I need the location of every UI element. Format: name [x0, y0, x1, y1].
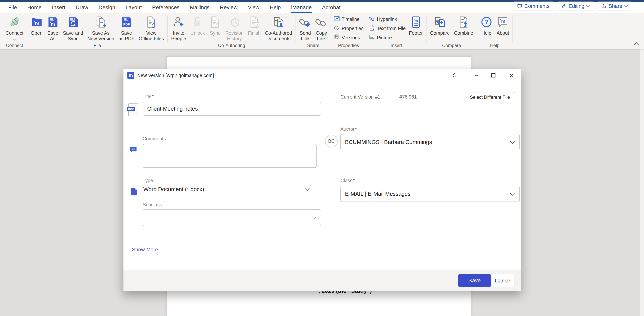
select-different-file-button[interactable]: Select Different File	[464, 92, 515, 102]
minimize-button[interactable]	[472, 72, 480, 79]
current-version-label: Current Version #1,	[340, 94, 382, 100]
ribbon-group-label: Share	[296, 43, 331, 48]
versions-label: Versions	[342, 35, 360, 41]
close-button[interactable]	[508, 72, 516, 79]
send-link-icon	[300, 14, 311, 30]
dialog-title: New Version [wrp2.goimanage.com]	[137, 73, 214, 78]
dialog-divider	[124, 239, 521, 239]
button-label: People	[171, 36, 186, 42]
copy-link-button[interactable]: CopyLink	[314, 13, 330, 42]
tab-insert[interactable]: Insert	[47, 2, 70, 13]
tab-draw[interactable]: Draw	[70, 2, 93, 13]
ribbon-group-connect: ConnectConnect	[2, 13, 27, 49]
comments-button[interactable]: Comments	[513, 2, 554, 11]
finish-button: Finish	[246, 13, 263, 36]
ribbon-group-label: Connect	[2, 43, 27, 48]
comments-label: Comments	[142, 136, 166, 142]
subclass-select[interactable]	[142, 209, 321, 226]
author-select[interactable]: BCUMMINGS | Barbara Cummings	[340, 134, 520, 150]
type-select[interactable]: Word Document (*.docx)	[142, 183, 316, 195]
view-offline-files-button[interactable]: ViewOffline Files	[136, 13, 166, 42]
chevron-down-icon	[624, 4, 628, 8]
revision-history-button: RevisionHistory	[223, 13, 246, 42]
hyperlink-button[interactable]: Hyperlink	[369, 15, 406, 24]
versions-button[interactable]: Versions	[334, 33, 364, 42]
share-button[interactable]: Share	[597, 2, 631, 11]
ribbon-group-label: Insert	[366, 43, 426, 48]
tab-acrobat[interactable]: Acrobat	[317, 2, 346, 13]
comments-textarea[interactable]	[142, 144, 317, 168]
save-as-pdf-button[interactable]: PDFSaveas PDF	[116, 13, 136, 42]
type-label: Type	[142, 178, 153, 183]
tab-review[interactable]: Review	[215, 2, 243, 13]
tab-design[interactable]: Design	[93, 2, 120, 13]
unlock-icon	[192, 14, 204, 30]
ribbon-group-label: Co-Authoring	[168, 43, 296, 48]
timeline-icon	[334, 16, 340, 23]
cancel-button[interactable]: Cancel	[492, 274, 514, 287]
button-label: as PDF	[118, 36, 134, 42]
dialog-footer: Save Cancel	[124, 270, 521, 291]
invite-people-icon	[173, 14, 184, 30]
tab-references[interactable]: References	[147, 2, 184, 13]
timeline-button[interactable]: Timeline	[334, 15, 364, 24]
open-folder-icon: m	[31, 14, 42, 30]
tab-home[interactable]: Home	[22, 2, 47, 13]
footer-button[interactable]: mFooter	[407, 13, 425, 36]
timeline-label: Timeline	[342, 17, 360, 22]
text-from-file-button[interactable]: AText from File	[369, 24, 406, 33]
picture-button[interactable]: Picture	[369, 33, 406, 42]
editing-button-label: Editing	[568, 3, 584, 9]
compare-button[interactable]: Compare	[428, 13, 452, 36]
save-as-button[interactable]: mSaveAs	[45, 13, 61, 42]
ribbon-group-help: ?HelpmAboutHelp	[477, 13, 513, 49]
invite-people-button[interactable]: InvitePeople	[169, 13, 188, 42]
scrollbar-track[interactable]	[640, 50, 644, 316]
about-button[interactable]: mAbout	[494, 13, 511, 36]
save-new-version-icon	[95, 14, 107, 30]
button-label: Finish	[248, 30, 261, 36]
picture-icon	[369, 34, 375, 41]
chevron-down-icon	[586, 4, 590, 8]
tab-mailings[interactable]: Mailings	[185, 2, 215, 13]
chevron-down-icon	[305, 186, 310, 191]
button-label: Send	[300, 30, 311, 36]
chevron-down-icon	[13, 37, 16, 40]
save-pdf-icon: PDF	[120, 14, 132, 30]
tab-file[interactable]: File	[3, 2, 22, 13]
send-link-button[interactable]: SendLink	[297, 13, 314, 42]
maximize-button[interactable]	[490, 72, 497, 79]
title-input[interactable]: Client Meeting notes	[142, 102, 321, 116]
button-label: Help	[482, 30, 491, 36]
svg-text:m: m	[501, 19, 506, 24]
class-select[interactable]: E-MAIL | E-Mail Messages	[340, 186, 520, 202]
ribbon-group-co-authoring: InvitePeopleUnlockSyncRevisionHistoryFin…	[168, 13, 296, 49]
save-button[interactable]: Save	[458, 274, 491, 287]
ribbon: ConnectConnectmOpenmSaveAsSave andSyncSa…	[0, 13, 644, 50]
footer-icon: m	[410, 14, 422, 30]
button-label: Save and	[63, 30, 83, 36]
tab-imanage[interactable]: iManage	[286, 2, 317, 13]
button-label: History	[227, 36, 242, 42]
refresh-icon[interactable]	[451, 72, 458, 79]
new-version-dialog: m New Version [wrp2.goimanage.com] Title…	[123, 69, 521, 291]
open-button[interactable]: mOpen	[28, 13, 45, 36]
connect-button[interactable]: Connect	[4, 13, 26, 40]
combine-button[interactable]: Combine	[452, 13, 475, 36]
tab-help[interactable]: Help	[264, 2, 286, 13]
type-doc-icon	[131, 187, 137, 197]
help-button[interactable]: ?Help	[478, 13, 494, 36]
co-authored-documents-button[interactable]: Co-AuthoredDocuments	[263, 13, 294, 42]
save-as-new-version-button[interactable]: Save AsNew Version	[85, 13, 116, 42]
tab-layout[interactable]: Layout	[120, 2, 147, 13]
editing-button[interactable]: Editing	[557, 2, 594, 11]
imanage-logo-icon: m	[127, 72, 134, 79]
tab-view[interactable]: View	[243, 2, 264, 13]
revision-history-icon	[228, 14, 240, 30]
show-more-link[interactable]: Show More...	[132, 247, 162, 253]
properties-button[interactable]: Properties	[334, 24, 364, 33]
ribbon-group-compare: CompareCombineCompare	[426, 13, 477, 49]
share-button-label: Share	[608, 3, 622, 9]
save-and-sync-button[interactable]: Save andSync	[61, 13, 85, 42]
share-icon	[601, 4, 606, 9]
